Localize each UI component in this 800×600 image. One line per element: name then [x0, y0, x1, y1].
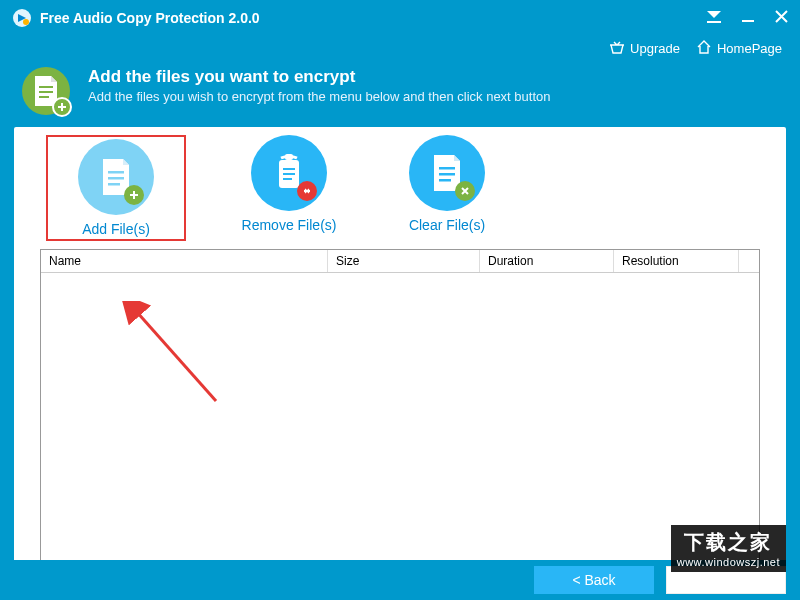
svg-rect-16 [439, 167, 455, 170]
svg-point-1 [23, 19, 29, 25]
upgrade-label: Upgrade [630, 41, 680, 56]
add-files-icon [78, 139, 154, 215]
remove-files-label: Remove File(s) [242, 217, 337, 233]
app-title: Free Audio Copy Protection 2.0.0 [40, 10, 707, 26]
top-bar: Upgrade HomePage [0, 36, 800, 67]
upgrade-link[interactable]: Upgrade [609, 40, 680, 57]
file-table: Name Size Duration Resolution [40, 249, 760, 575]
page-subtitle: Add the files you wish to encrypt from t… [88, 89, 550, 104]
minimize-icon[interactable] [741, 10, 755, 26]
svg-rect-8 [108, 177, 124, 180]
page-header: Add the files you want to encrypt Add th… [0, 67, 800, 127]
col-resolution[interactable]: Resolution [614, 250, 739, 272]
pin-icon[interactable] [707, 10, 721, 26]
svg-rect-5 [39, 91, 53, 93]
svg-rect-2 [707, 21, 721, 23]
watermark: 下载之家 www.windowszj.net [671, 525, 786, 572]
annotation-arrow-icon [121, 301, 231, 421]
header-text: Add the files you want to encrypt Add th… [88, 67, 550, 104]
remove-files-button[interactable]: Remove File(s) [234, 135, 344, 241]
clear-files-button[interactable]: Clear File(s) [392, 135, 502, 241]
remove-files-icon [251, 135, 327, 211]
col-spacer [739, 250, 759, 272]
clear-files-icon [409, 135, 485, 211]
app-logo-icon [12, 8, 32, 28]
remove-badge-icon [297, 181, 317, 201]
plus-badge-icon [124, 185, 144, 205]
page-title: Add the files you want to encrypt [88, 67, 550, 87]
title-bar: Free Audio Copy Protection 2.0.0 [0, 0, 800, 36]
header-file-add-icon [22, 67, 70, 115]
watermark-url: www.windowszj.net [677, 556, 780, 568]
back-button[interactable]: < Back [534, 566, 654, 594]
svg-rect-6 [39, 96, 49, 98]
col-name[interactable]: Name [41, 250, 328, 272]
svg-rect-4 [39, 86, 53, 88]
svg-rect-12 [283, 168, 295, 170]
svg-rect-3 [742, 20, 754, 22]
window-controls [707, 10, 788, 26]
col-duration[interactable]: Duration [480, 250, 614, 272]
svg-rect-14 [283, 178, 292, 180]
action-bar: Add File(s) Remove File(s) [14, 127, 786, 247]
svg-rect-17 [439, 173, 455, 176]
table-header: Name Size Duration Resolution [41, 250, 759, 273]
watermark-text: 下载之家 [677, 529, 780, 556]
clear-files-label: Clear File(s) [409, 217, 485, 233]
main-panel: Add File(s) Remove File(s) [14, 127, 786, 589]
svg-rect-9 [108, 183, 120, 186]
col-size[interactable]: Size [328, 250, 480, 272]
home-icon [696, 40, 712, 57]
svg-rect-13 [283, 173, 295, 175]
homepage-link[interactable]: HomePage [696, 40, 782, 57]
close-icon[interactable] [775, 10, 788, 26]
svg-rect-7 [108, 171, 124, 174]
back-label: < Back [572, 572, 615, 588]
table-body[interactable] [41, 273, 759, 574]
basket-icon [609, 40, 625, 57]
add-files-label: Add File(s) [82, 221, 150, 237]
svg-line-19 [136, 311, 216, 401]
svg-rect-18 [439, 179, 451, 182]
homepage-label: HomePage [717, 41, 782, 56]
clear-badge-icon [455, 181, 475, 201]
add-files-button[interactable]: Add File(s) [46, 135, 186, 241]
